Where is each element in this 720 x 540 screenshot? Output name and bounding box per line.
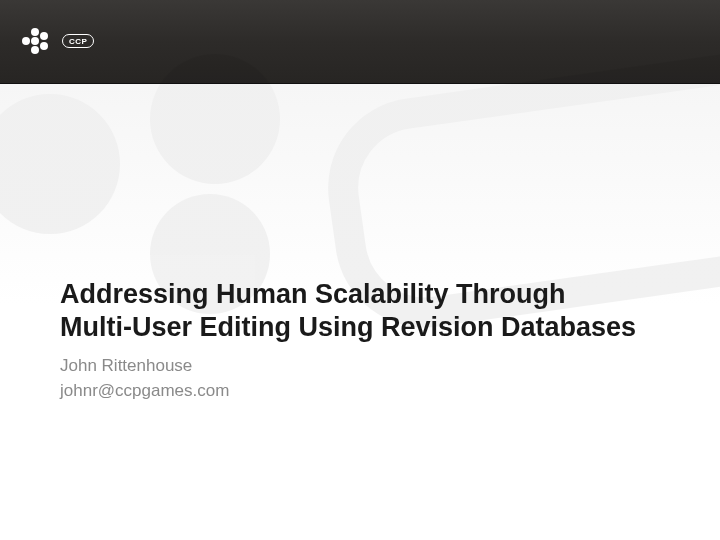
content-area: Addressing Human Scalability Through Mul…: [60, 278, 660, 403]
slide: CCP Addressing Human Scalability Through…: [0, 0, 720, 540]
author-email: johnr@ccpgames.com: [60, 379, 660, 404]
background-watermark-icon: [0, 84, 720, 304]
title-line-1: Addressing Human Scalability Through: [60, 278, 660, 311]
background-fade: [0, 84, 720, 304]
slide-title: Addressing Human Scalability Through Mul…: [60, 278, 660, 344]
ccp-logo-text: CCP: [62, 34, 94, 48]
header-bar: CCP: [0, 0, 720, 84]
author-name: John Rittenhouse: [60, 354, 660, 379]
ccp-logo-dots-icon: [22, 26, 56, 56]
ccp-logo-label: CCP: [69, 37, 87, 46]
ccp-logo: CCP: [22, 26, 94, 56]
title-line-2: Multi-User Editing Using Revision Databa…: [60, 311, 660, 344]
